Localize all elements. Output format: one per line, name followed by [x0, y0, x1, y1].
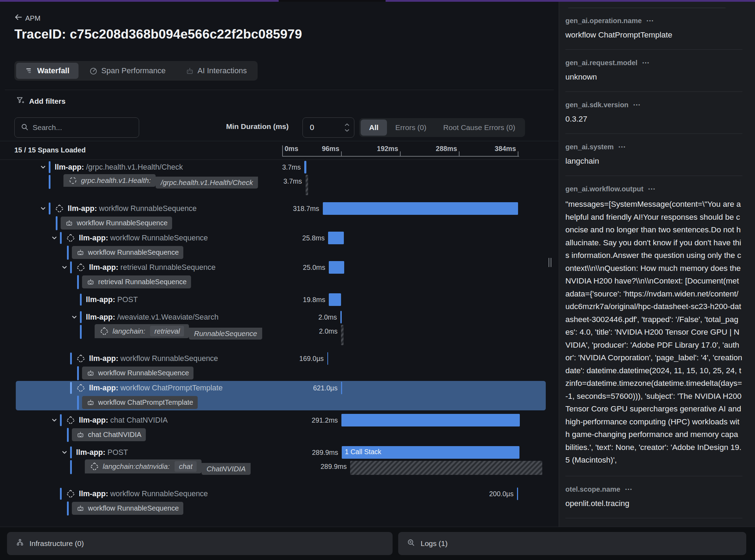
attribute-section: gen_ai.system•••langchain	[565, 134, 742, 176]
span-tag-row: workflow RunnableSequence	[0, 501, 559, 516]
span-tag-row: workflow RunnableSequence	[0, 366, 559, 381]
robot-icon	[87, 398, 95, 407]
expand-chevron-icon[interactable]	[61, 264, 70, 271]
tab-waterfall[interactable]: Waterfall	[16, 63, 79, 79]
span-row[interactable]: llm-app: POST289.9ms1 Call Stack	[0, 445, 559, 459]
span-duration: 3.7ms	[282, 163, 301, 171]
attribute-more-icon[interactable]: •••	[633, 102, 641, 108]
span-name: llm-app: /weaviate.v1.Weaviate/Search	[86, 313, 218, 322]
operation-chip: workflow RunnableSequence	[72, 246, 183, 259]
span-duration: 25.8ms	[302, 234, 325, 242]
expand-chevron-icon[interactable]	[40, 205, 49, 212]
infrastructure-icon	[15, 538, 25, 549]
diamond-icon	[100, 327, 109, 336]
attribute-section: gen_ai.request.model•••unknown	[565, 50, 742, 92]
diamond-icon	[66, 233, 75, 243]
attribute-more-icon[interactable]: •••	[625, 487, 633, 492]
span-tag-row: workflow RunnableSequence	[0, 216, 559, 231]
attribute-more-icon[interactable]: •••	[642, 60, 650, 66]
robot-icon	[76, 431, 84, 439]
scope-name-line2: /grpc.health.v1.Health/Check	[161, 178, 253, 186]
attribute-more-icon[interactable]: •••	[648, 186, 656, 192]
duration-bar	[340, 311, 342, 323]
span-name: llm-app: workflow RunnableSequence	[79, 234, 208, 243]
diamond-icon	[76, 354, 86, 363]
logs-button[interactable]: Logs (1)	[398, 532, 746, 555]
duration-bar	[341, 325, 344, 345]
span-row[interactable]: llm-app: workflow RunnableSequence25.8ms	[0, 231, 559, 245]
min-duration-label: Min Duration (ms)	[226, 122, 289, 131]
span-duration: 289.9ms	[312, 449, 338, 457]
span-name: llm-app: POST	[86, 295, 138, 304]
diamond-icon	[66, 489, 75, 499]
add-filters-button[interactable]: Add filters	[16, 96, 66, 107]
operation-chip: workflow RunnableSequence	[61, 217, 172, 230]
attribute-value: unknown	[565, 72, 742, 82]
infrastructure-label: Infrastructure (0)	[29, 539, 84, 548]
span-row[interactable]: llm-app: POST19.8ms	[0, 293, 559, 307]
span-row[interactable]: llm-app: retrieval RunnableSequence25.0m…	[0, 260, 559, 274]
expand-chevron-icon[interactable]	[51, 234, 60, 241]
min-duration-input[interactable]	[303, 123, 334, 132]
time-tick-label: 288ms	[436, 145, 457, 153]
sync-icon	[68, 176, 77, 185]
divider	[0, 159, 559, 160]
search-input[interactable]	[33, 123, 133, 132]
span-row[interactable]: llm-app: workflow ChatPromptTemplate621.…	[0, 381, 559, 395]
robot-icon	[76, 248, 84, 257]
tab-label: AI Interactions	[198, 66, 247, 75]
span-row[interactable]: llm-app: chat ChatNVIDIA291.2ms	[0, 413, 559, 427]
span-duration: 200.0µs	[489, 490, 513, 498]
scope-name: langchain:chatnvidia:	[103, 462, 170, 471]
span-name: llm-app: POST	[76, 448, 128, 457]
tab-span-performance[interactable]: Span Performance	[80, 63, 175, 79]
span-duration: 289.9ms	[320, 463, 347, 471]
operation-kind-tag: retrieval	[150, 326, 184, 336]
stepper-arrows[interactable]	[344, 123, 350, 132]
robot-icon	[76, 504, 84, 512]
scope-chip-row: langchain:retrievalRunnableSequence2.0ms	[0, 324, 559, 351]
attribute-more-icon[interactable]: •••	[647, 18, 654, 23]
attribute-more-icon[interactable]: •••	[619, 144, 626, 150]
span-duration: 25.0ms	[303, 264, 325, 272]
segment-all[interactable]: All	[361, 119, 387, 136]
operation-chip-label: workflow ChatPromptTemplate	[98, 398, 193, 407]
operation-chip-label: workflow RunnableSequence	[77, 219, 168, 227]
duration-bar	[327, 352, 328, 365]
duration-bar	[304, 161, 306, 173]
scope-name-line2: RunnableSequence	[194, 329, 257, 337]
view-tabs: WaterfallSpan PerformanceAI Interactions	[14, 61, 258, 81]
add-filters-label: Add filters	[29, 97, 66, 105]
time-tick-label: 96ms	[322, 145, 339, 153]
robot-icon	[65, 219, 73, 227]
operation-chip-label: workflow RunnableSequence	[98, 369, 189, 377]
panel-resize-handle[interactable]	[549, 258, 551, 267]
tab-ai-interactions[interactable]: AI Interactions	[176, 63, 256, 79]
logs-search-icon	[407, 538, 416, 549]
expand-chevron-icon[interactable]	[51, 417, 60, 424]
infrastructure-button[interactable]: Infrastructure (0)	[7, 532, 393, 555]
span-row[interactable]: llm-app: /weaviate.v1.Weaviate/Search2.0…	[0, 310, 559, 324]
segment-root-cause-errors-0-[interactable]: Root Cause Errors (0)	[435, 119, 524, 136]
span-row[interactable]: llm-app: workflow RunnableSequence200.0µ…	[0, 487, 559, 501]
expand-chevron-icon[interactable]	[61, 449, 70, 456]
window-top-accent	[0, 0, 755, 2]
span-name: llm-app: workflow ChatPromptTemplate	[89, 384, 223, 392]
scope-chip: grpc.health.v1.Health:/grpc.health.v1.He…	[63, 174, 258, 189]
span-row[interactable]: llm-app: workflow RunnableSequence318.7m…	[0, 202, 559, 216]
chevron-up-icon	[344, 123, 350, 127]
scope-chip-row: grpc.health.v1.Health:/grpc.health.v1.He…	[0, 174, 559, 202]
back-to-apm-link[interactable]: APM	[14, 13, 40, 23]
expand-chevron-icon[interactable]	[71, 314, 80, 321]
span-duration: 291.2ms	[312, 416, 338, 424]
attribute-section: gen_ai.operation.name•••workflow ChatPro…	[565, 8, 742, 50]
waterfall-icon	[25, 67, 34, 75]
divider	[5, 90, 554, 90]
duration-bar	[328, 232, 344, 244]
timeline-ruler: 15 / 15 Spans Loaded 0ms96ms192ms288ms38…	[0, 141, 559, 159]
segment-errors-0-[interactable]: Errors (0)	[387, 119, 435, 136]
span-tag-row: workflow RunnableSequence	[0, 245, 559, 260]
expand-chevron-icon[interactable]	[40, 164, 49, 171]
span-row[interactable]: llm-app: workflow RunnableSequence169.0µ…	[0, 351, 559, 366]
span-row[interactable]: llm-app: /grpc.health.v1.Health/Check3.7…	[0, 160, 559, 174]
